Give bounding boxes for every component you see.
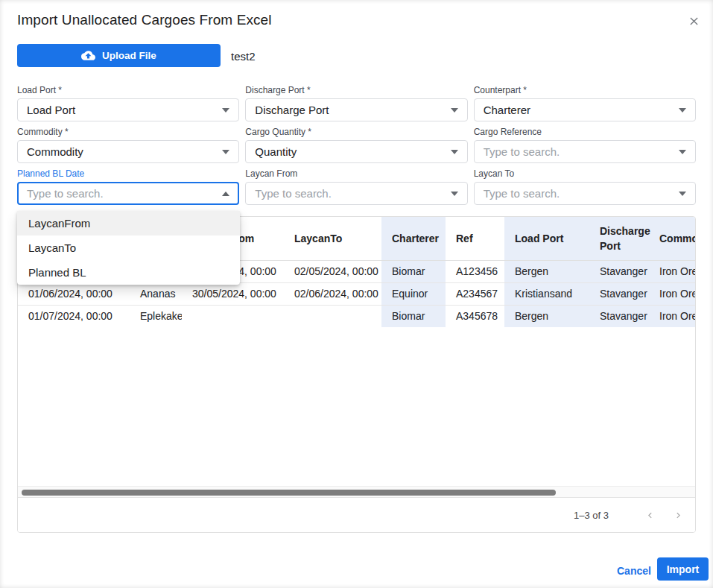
counterpart-select[interactable]: Charterer [474, 98, 696, 121]
field-load-port: Load Port * Load Port [17, 85, 239, 121]
cloud-upload-icon [81, 48, 95, 63]
field-commodity: Commodity * Commodity [17, 127, 239, 163]
field-counterpart: Counterpart * Charterer [474, 85, 696, 121]
cargo-quantity-select[interactable]: Quantity [245, 140, 467, 163]
column-header-discharge-port[interactable]: Discharge Port [589, 217, 649, 260]
field-cargo-reference: Cargo Reference Type to search. [474, 127, 696, 163]
import-cargoes-dialog: Import Unallocated Cargoes From Excel Up… [0, 0, 713, 588]
field-planned-bl-date: Planned BL Date Type to search. [17, 168, 239, 205]
column-header-commodity[interactable]: Commodity [649, 217, 695, 260]
chevron-down-icon [451, 192, 458, 200]
chevron-down-icon [451, 150, 458, 158]
horizontal-scrollbar-track[interactable] [18, 486, 695, 498]
horizontal-scrollbar-thumb[interactable] [22, 490, 556, 496]
chevron-down-icon [451, 108, 458, 116]
table-row[interactable]: 01/06/2024, 00:00 Ananas 30/05/2024, 00:… [18, 282, 695, 305]
load-port-label: Load Port * [17, 85, 239, 96]
cargo-quantity-label: Cargo Quantity * [245, 127, 467, 138]
planned-bl-date-label: Planned BL Date [17, 168, 239, 180]
planned-bl-date-select[interactable]: Type to search. [17, 182, 239, 205]
commodity-label: Commodity * [17, 127, 239, 138]
chevron-left-icon [644, 510, 656, 521]
table-pagination: 1–3 of 3 [18, 498, 695, 532]
field-laycan-to: Laycan To Type to search. [474, 168, 696, 205]
upload-file-button[interactable]: Upload File [17, 44, 221, 67]
upload-file-label: Upload File [102, 50, 156, 61]
laycan-to-select[interactable]: Type to search. [474, 182, 696, 205]
column-header-ref[interactable]: Ref [446, 217, 504, 260]
uploaded-filename: test2 [231, 50, 256, 63]
laycan-from-label: Laycan From [245, 168, 467, 180]
discharge-port-label: Discharge Port * [245, 85, 467, 96]
chevron-down-icon [222, 150, 229, 158]
cargo-reference-select[interactable]: Type to search. [474, 140, 696, 163]
chevron-down-icon [679, 108, 686, 116]
column-header-load-port[interactable]: Load Port [504, 217, 589, 260]
chevron-down-icon [679, 192, 686, 200]
dropdown-option-planned-bl[interactable]: Planned BL [17, 260, 240, 285]
chevron-down-icon [679, 150, 686, 158]
table-row[interactable]: 01/07/2024, 00:00 Eplekake Biomar A34567… [18, 305, 695, 327]
column-header-charterer[interactable]: Charterer [381, 217, 446, 260]
cargo-reference-label: Cargo Reference [474, 127, 696, 138]
laycan-from-select[interactable]: Type to search. [245, 182, 467, 205]
dropdown-option-laycanfrom[interactable]: LaycanFrom [17, 211, 240, 235]
previous-page-button[interactable] [640, 505, 659, 525]
dropdown-option-laycanto[interactable]: LaycanTo [17, 235, 240, 260]
chevron-up-icon [222, 188, 229, 196]
close-icon [688, 15, 700, 28]
commodity-select[interactable]: Commodity [17, 140, 239, 163]
close-button[interactable] [683, 10, 704, 31]
chevron-down-icon [222, 108, 229, 116]
cargo-form: Load Port * Load Port Discharge Port * D… [17, 85, 696, 210]
field-cargo-quantity: Cargo Quantity * Quantity [245, 127, 467, 163]
column-header-laycanto[interactable]: LaycanTo [284, 217, 381, 260]
next-page-button[interactable] [668, 505, 688, 525]
cancel-button[interactable]: Cancel [609, 559, 659, 583]
chevron-right-icon [673, 510, 684, 521]
counterpart-label: Counterpart * [474, 85, 696, 96]
pagination-range-label: 1–3 of 3 [574, 510, 609, 521]
dialog-title: Import Unallocated Cargoes From Excel [17, 12, 272, 28]
discharge-port-select[interactable]: Discharge Port [245, 98, 467, 121]
load-port-select[interactable]: Load Port [17, 98, 239, 121]
field-discharge-port: Discharge Port * Discharge Port [245, 85, 467, 121]
import-button[interactable]: Import [657, 557, 709, 581]
laycan-to-label: Laycan To [474, 168, 696, 180]
table-empty-area [18, 327, 695, 486]
planned-bl-date-dropdown-menu: LaycanFrom LaycanTo Planned BL [17, 211, 240, 285]
field-laycan-from: Laycan From Type to search. [245, 168, 467, 205]
